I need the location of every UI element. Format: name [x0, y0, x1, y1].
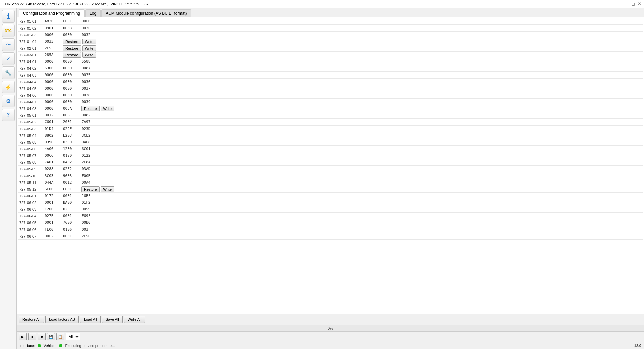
sidebar-btn-info[interactable]: ℹ: [2, 10, 15, 23]
row-id: 727-04-06: [18, 93, 43, 97]
row-v3: 0059: [80, 207, 99, 211]
vehicle-label: Vehicle:: [44, 344, 57, 348]
sidebar-btn-dtc[interactable]: DTC: [2, 24, 15, 37]
row-v1: 0000: [43, 59, 62, 64]
table-row: 727-05-11044A001200A4: [18, 179, 643, 186]
row-v1: 0000: [43, 80, 62, 84]
row-id: 727-05-04: [18, 134, 43, 138]
title-text: FORScan v2.3.48 release, Ford F-250 2V 7…: [3, 2, 149, 6]
sidebar-btn-tools[interactable]: 🔧: [2, 66, 15, 79]
row-v1: 0001: [43, 200, 62, 205]
close-button[interactable]: ✕: [638, 1, 641, 6]
row-v3: 0122: [80, 153, 99, 158]
row-id: 727-05-07: [18, 154, 43, 158]
row-v1: 0000: [43, 73, 62, 77]
sidebar: ℹ DTC 〜 ✓ 🔧 ⚡ ⚙ ?: [0, 8, 17, 349]
row-v1: C200: [43, 207, 62, 211]
export-button[interactable]: 📋: [56, 333, 64, 340]
restore-button-row-3[interactable]: Restore: [63, 39, 81, 44]
table-row: 727-06-0700F200012E5C: [18, 233, 643, 240]
row-id: 727-05-08: [18, 160, 43, 164]
tab-config[interactable]: Configuration and Programming: [19, 9, 85, 17]
load-all-button[interactable]: Load All: [80, 316, 101, 323]
table-row: 727-05-02C60120017A97: [18, 119, 643, 126]
save-all-button[interactable]: Save All: [102, 316, 123, 323]
sidebar-btn-monitor[interactable]: 〜: [2, 38, 15, 51]
row-v1: C601: [43, 120, 62, 124]
row-v1: 00F2: [43, 234, 62, 238]
row-v2: 003A: [62, 106, 80, 111]
row-v1: 01D4: [43, 127, 62, 131]
window-controls: ─ ◻ ✕: [626, 1, 641, 6]
row-v1: 0033: [43, 39, 62, 44]
table-row: 727-05-0700C601200122: [18, 152, 643, 159]
write-all-button[interactable]: Write All: [124, 316, 145, 323]
row-v2: E203: [62, 133, 80, 138]
sidebar-btn-settings[interactable]: ⚙: [2, 95, 15, 107]
row-id: 727-05-06: [18, 147, 43, 151]
sidebar-btn-help[interactable]: ?: [2, 109, 15, 121]
minimize-button[interactable]: ─: [626, 1, 629, 6]
table-row: 727-04-05000000000037: [18, 85, 643, 92]
row-v1: 0288: [43, 167, 62, 171]
row-v2: 0000: [62, 73, 80, 77]
save-button[interactable]: 💾: [47, 333, 55, 340]
write-button-row-13[interactable]: Write: [101, 106, 114, 111]
row-id: 727-06-05: [18, 221, 43, 225]
row-v3: 0039: [80, 100, 99, 104]
row-v2: 0000: [62, 100, 80, 104]
play-button[interactable]: ▶: [19, 333, 27, 340]
row-v3: 2E5C: [80, 234, 99, 238]
stop-button[interactable]: ■: [28, 333, 36, 340]
row-v2: 006C: [62, 113, 80, 117]
row-v1: 4A00: [43, 147, 62, 151]
restore-button-row-5[interactable]: Restore: [63, 52, 81, 58]
row-v1: 0000: [43, 100, 62, 104]
row-v3: F00B: [80, 173, 99, 178]
sidebar-btn-tasks[interactable]: ✓: [2, 52, 15, 65]
tab-acm[interactable]: ACM Module configuration (AS BUILT forma…: [101, 9, 191, 17]
row-v2: D402: [62, 160, 80, 164]
table-row: 727-04-080000003ARestoreWrite: [18, 105, 643, 112]
row-id: 727-05-09: [18, 167, 43, 171]
sidebar-btn-modules[interactable]: ⚡: [2, 81, 15, 93]
interface-status-indicator: [38, 344, 41, 347]
restore-all-button[interactable]: Restore All: [19, 316, 44, 323]
row-id: 727-04-03: [18, 73, 43, 77]
restore-button-row-13[interactable]: Restore: [81, 106, 100, 111]
table-row: 727-03-01285ARestoreWrite: [18, 52, 643, 58]
row-v2: 02E2: [62, 167, 80, 171]
row-v2: 0000: [62, 93, 80, 97]
load-factory-ab-button[interactable]: Load factory AB: [45, 316, 79, 323]
row-v2: 0106: [62, 227, 80, 232]
restore-button-row-25[interactable]: Restore: [81, 186, 100, 192]
statusbar: Interface: Vehicle: Executing service pr…: [17, 342, 644, 349]
write-button-row-4[interactable]: Write: [82, 45, 96, 51]
tab-log[interactable]: Log: [85, 9, 101, 17]
record-button[interactable]: ⏺: [38, 333, 46, 340]
row-id: 727-04-08: [18, 107, 43, 111]
filter-dropdown[interactable]: All: [66, 333, 80, 340]
restore-button-row-4[interactable]: Restore: [63, 45, 81, 51]
table-row: 727-05-09028802E203AD: [18, 166, 643, 172]
write-button-row-5[interactable]: Write: [82, 52, 96, 58]
restore-button[interactable]: ◻: [631, 1, 635, 6]
row-v1: 0172: [43, 194, 62, 198]
row-v1: 0901: [43, 26, 62, 30]
row-id: 727-04-07: [18, 100, 43, 104]
table-row: 727-05-064A0012006C01: [18, 146, 643, 152]
write-button-row-25[interactable]: Write: [101, 186, 114, 192]
row-v2: 0001: [62, 234, 80, 238]
table-row: 727-06-04027E0001E69F: [18, 213, 643, 219]
row-buttons: RestoreWrite: [62, 39, 97, 44]
row-v1: 0000: [43, 86, 62, 91]
table-row: 727-06-06FE000106003F: [18, 226, 643, 233]
row-id: 727-01-01: [18, 19, 43, 23]
row-id: 727-01-03: [18, 33, 43, 37]
row-v3: 0036: [80, 80, 99, 84]
row-id: 727-05-10: [18, 174, 43, 178]
row-v2: 0000: [62, 86, 80, 91]
write-button-row-3[interactable]: Write: [82, 39, 96, 44]
table-row: 727-05-048802E2033CE2: [18, 132, 643, 139]
progress-area: 0%: [17, 325, 644, 331]
